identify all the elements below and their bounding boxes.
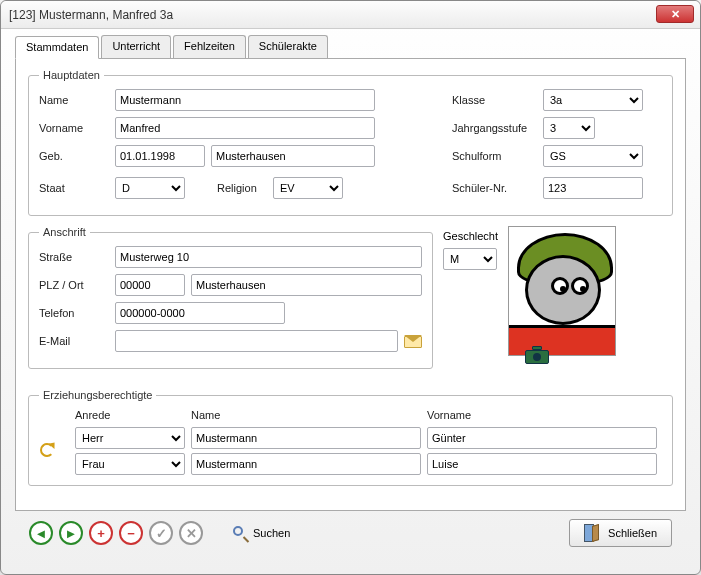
main-window: [123] Mustermann, Manfred 3a ✕ Stammdate… xyxy=(0,0,701,575)
tab-content: Hauptdaten Name Vorname Geb. xyxy=(15,59,686,511)
staat-label: Staat xyxy=(39,182,109,194)
nav-delete-button[interactable]: − xyxy=(119,521,143,545)
jg-select[interactable]: 3 xyxy=(543,117,595,139)
tab-stammdaten[interactable]: Stammdaten xyxy=(15,36,99,59)
tab-schuelerakte[interactable]: Schülerakte xyxy=(248,35,328,58)
nav-add-button[interactable]: + xyxy=(89,521,113,545)
geb-date-input[interactable] xyxy=(115,145,205,167)
footer-toolbar: ◄ ► + − ✓ ✕ Suchen Schließen xyxy=(15,511,686,555)
search-icon xyxy=(233,526,247,540)
geb-ort-input[interactable] xyxy=(211,145,375,167)
email-label: E-Mail xyxy=(39,335,109,347)
erz-vorname-1[interactable] xyxy=(427,453,657,475)
strasse-label: Straße xyxy=(39,251,109,263)
erz-head-vorname: Vorname xyxy=(427,409,657,423)
close-icon: ✕ xyxy=(671,8,680,21)
name-input[interactable] xyxy=(115,89,375,111)
staat-select[interactable]: D xyxy=(115,177,185,199)
anschrift-group: Anschrift Straße PLZ / Ort Telefon xyxy=(28,226,433,369)
window-title: [123] Mustermann, Manfred 3a xyxy=(9,8,173,22)
erz-name-0[interactable] xyxy=(191,427,421,449)
geb-label: Geb. xyxy=(39,150,109,162)
erz-vorname-0[interactable] xyxy=(427,427,657,449)
titlebar[interactable]: [123] Mustermann, Manfred 3a ✕ xyxy=(1,1,700,29)
nav-prev-button[interactable]: ◄ xyxy=(29,521,53,545)
schulform-label: Schulform xyxy=(452,150,537,162)
hauptdaten-group: Hauptdaten Name Vorname Geb. xyxy=(28,69,673,216)
erz-name-1[interactable] xyxy=(191,453,421,475)
tab-fehlzeiten[interactable]: Fehlzeiten xyxy=(173,35,246,58)
religion-label: Religion xyxy=(217,182,267,194)
jg-label: Jahrgangsstufe xyxy=(452,122,537,134)
tab-unterricht[interactable]: Unterricht xyxy=(101,35,171,58)
student-photo xyxy=(508,226,616,356)
religion-select[interactable]: EV xyxy=(273,177,343,199)
telefon-label: Telefon xyxy=(39,307,109,319)
window-body: Stammdaten Unterricht Fehlzeiten Schüler… xyxy=(1,29,700,567)
anschrift-legend: Anschrift xyxy=(39,226,90,238)
erz-head-name: Name xyxy=(191,409,421,423)
door-icon xyxy=(584,524,600,542)
erz-anrede-1[interactable]: Frau xyxy=(75,453,185,475)
email-icon[interactable] xyxy=(404,334,422,348)
vorname-input[interactable] xyxy=(115,117,375,139)
nav-cancel-button[interactable]: ✕ xyxy=(179,521,203,545)
plz-input[interactable] xyxy=(115,274,185,296)
nav-confirm-button[interactable]: ✓ xyxy=(149,521,173,545)
nav-next-button[interactable]: ► xyxy=(59,521,83,545)
undo-icon[interactable] xyxy=(39,442,57,460)
geschlecht-label: Geschlecht xyxy=(443,230,498,242)
camera-icon[interactable] xyxy=(525,346,549,364)
name-label: Name xyxy=(39,94,109,106)
plzort-label: PLZ / Ort xyxy=(39,279,109,291)
schulform-select[interactable]: GS xyxy=(543,145,643,167)
snr-label: Schüler-Nr. xyxy=(452,182,537,194)
ort-input[interactable] xyxy=(191,274,422,296)
tab-bar: Stammdaten Unterricht Fehlzeiten Schüler… xyxy=(15,35,686,59)
telefon-input[interactable] xyxy=(115,302,285,324)
klasse-select[interactable]: 3a xyxy=(543,89,643,111)
close-dialog-button[interactable]: Schließen xyxy=(569,519,672,547)
email-input[interactable] xyxy=(115,330,398,352)
erz-anrede-0[interactable]: Herr xyxy=(75,427,185,449)
anschrift-right: Geschlecht M xyxy=(443,226,673,366)
hauptdaten-legend: Hauptdaten xyxy=(39,69,104,81)
strasse-input[interactable] xyxy=(115,246,422,268)
search-button[interactable]: Suchen xyxy=(225,524,298,542)
window-close-button[interactable]: ✕ xyxy=(656,5,694,23)
snr-input[interactable] xyxy=(543,177,643,199)
erz-group: Erziehungsberechtigte Anrede Name Vornam… xyxy=(28,389,673,486)
klasse-label: Klasse xyxy=(452,94,537,106)
vorname-label: Vorname xyxy=(39,122,109,134)
geschlecht-select[interactable]: M xyxy=(443,248,497,270)
erz-head-anrede: Anrede xyxy=(75,409,185,423)
erz-legend: Erziehungsberechtigte xyxy=(39,389,156,401)
